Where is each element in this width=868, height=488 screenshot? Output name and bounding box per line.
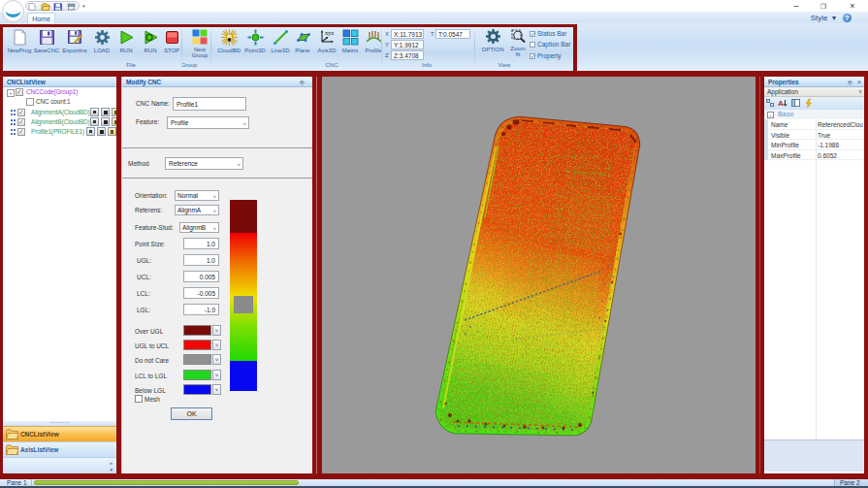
svg-text:A: A	[778, 99, 784, 108]
